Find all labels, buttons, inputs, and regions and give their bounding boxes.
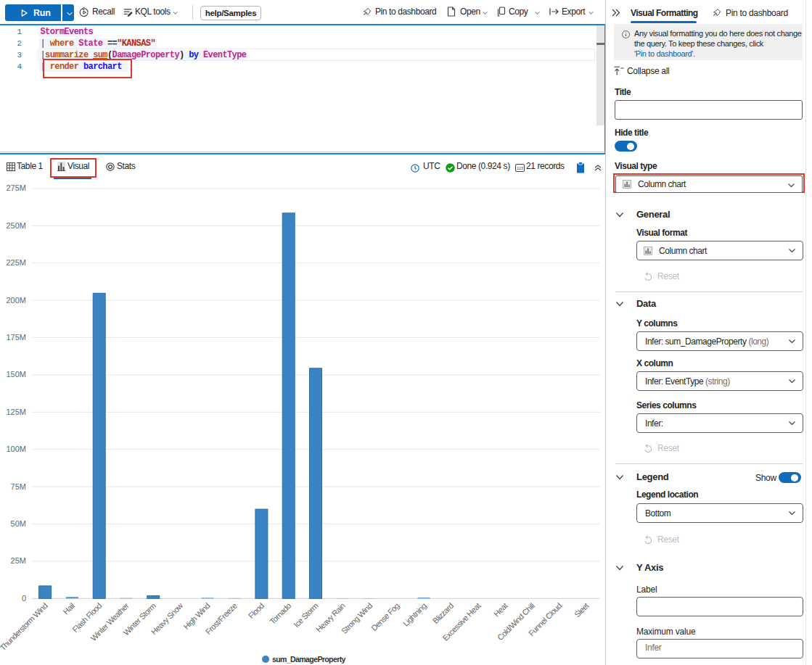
svg-text:sum_DamageProperty: sum_DamageProperty <box>272 655 346 664</box>
svg-text:Sleet: Sleet <box>573 601 591 619</box>
svg-text:Thunderstorm Wind: Thunderstorm Wind <box>0 601 49 652</box>
svg-text:150M: 150M <box>6 370 26 379</box>
svg-text:275M: 275M <box>6 183 26 192</box>
svg-text:Hail: Hail <box>61 601 75 616</box>
svg-text:225M: 225M <box>6 258 26 267</box>
svg-text:Flood: Flood <box>247 601 266 620</box>
svg-text:Tornado: Tornado <box>268 601 292 626</box>
svg-text:50M: 50M <box>11 519 26 528</box>
svg-text:Heat: Heat <box>492 601 509 619</box>
svg-text:Blizzard: Blizzard <box>431 601 455 625</box>
svg-text:Lightning: Lightning <box>401 601 428 628</box>
svg-text:123: 123 <box>517 166 523 170</box>
svg-text:25M: 25M <box>11 556 26 565</box>
svg-text:125M: 125M <box>6 408 26 416</box>
svg-text:175M: 175M <box>6 333 26 342</box>
svg-text:75M: 75M <box>11 482 26 491</box>
svg-text:250M: 250M <box>6 221 26 230</box>
svg-text:Ice Storm: Ice Storm <box>292 601 320 629</box>
svg-text:Dense Fog: Dense Fog <box>369 601 401 632</box>
svg-text:200M: 200M <box>6 296 26 305</box>
svg-text:100M: 100M <box>6 445 26 453</box>
svg-text:0: 0 <box>22 594 26 603</box>
